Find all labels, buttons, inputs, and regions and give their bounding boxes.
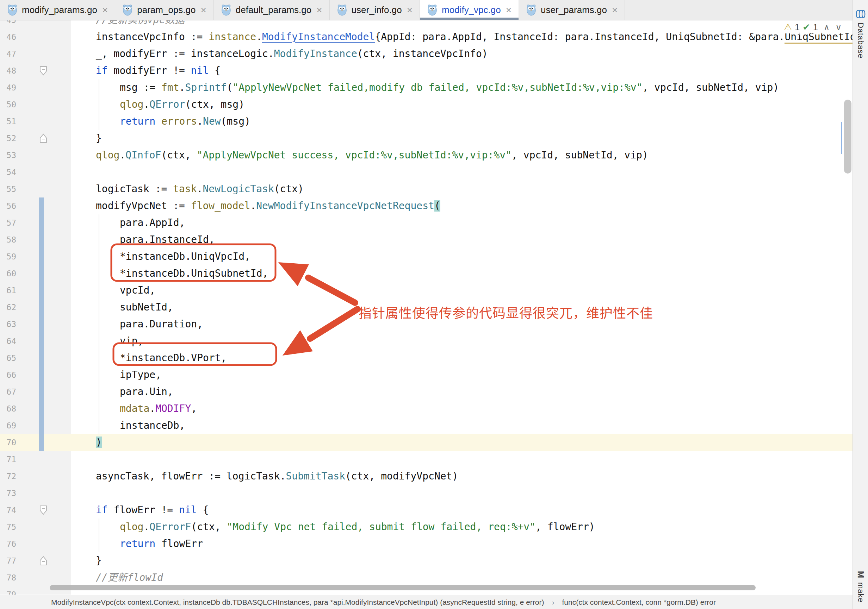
database-tool-button[interactable]: Database — [856, 23, 865, 59]
line-number[interactable]: 51 — [0, 113, 16, 130]
vcs-change-marker — [39, 214, 44, 231]
code-line[interactable]: 53qlog.QInfoF(ctx, "ApplyNewVpcNet succe… — [0, 147, 853, 164]
line-number[interactable]: 78 — [0, 569, 16, 586]
line-number[interactable]: 48 — [0, 62, 16, 79]
fold-marker-down[interactable] — [39, 505, 47, 515]
line-number[interactable]: 75 — [0, 519, 16, 535]
line-number[interactable]: 63 — [0, 316, 16, 333]
warning-count: 1 — [795, 22, 800, 32]
code-line[interactable]: 76return flowErr — [0, 535, 853, 552]
code-line[interactable]: 54 — [0, 164, 853, 181]
tab-close-icon[interactable]: × — [316, 5, 322, 15]
code-line[interactable]: 49msg := fmt.Sprintf("ApplyNewVpcNet fai… — [0, 79, 853, 96]
tab-modify_vpc.go[interactable]: modify_vpc.go× — [420, 0, 519, 20]
code-line[interactable]: 46instanceVpcInfo := instance.ModifyInst… — [0, 28, 853, 45]
code-editor[interactable]: 45//更新实例vpc数据46instanceVpcInfo := instan… — [0, 0, 853, 595]
code-line[interactable]: 74if flowErr != nil { — [0, 502, 853, 519]
code-line[interactable]: 78//更新flowId — [0, 569, 853, 586]
vcs-change-marker — [39, 349, 44, 366]
tab-modify_params.go[interactable]: modify_params.go× — [0, 0, 115, 20]
code-line[interactable]: 71 — [0, 451, 853, 468]
line-number[interactable]: 49 — [0, 79, 16, 96]
line-number[interactable]: 59 — [0, 248, 16, 265]
code-line[interactable]: 61vpcId, — [0, 282, 853, 299]
line-number[interactable]: 73 — [0, 485, 16, 502]
vcs-change-marker — [39, 333, 44, 349]
code-line[interactable]: 52} — [0, 130, 853, 147]
code-line[interactable]: 69instanceDb, — [0, 417, 853, 434]
line-number[interactable]: 76 — [0, 535, 16, 552]
code-line[interactable]: 67para.Uin, — [0, 383, 853, 400]
prev-issue-icon[interactable]: ∧ — [824, 23, 830, 32]
code-line[interactable]: 65*instanceDb.VPort, — [0, 349, 853, 366]
line-number[interactable]: 56 — [0, 198, 16, 214]
code-line[interactable]: 51return errors.New(msg) — [0, 113, 853, 130]
tab-param_ops.go[interactable]: param_ops.go× — [115, 0, 214, 20]
code-line[interactable]: 70) — [0, 434, 853, 451]
fold-marker-down[interactable] — [39, 66, 47, 76]
fold-marker-up[interactable] — [39, 556, 47, 566]
line-number[interactable]: 61 — [0, 282, 16, 299]
code-line[interactable]: 48if modifyErr != nil { — [0, 62, 853, 79]
code-line[interactable]: 56modifyVpcNet := flow_model.NewModifyIn… — [0, 198, 853, 214]
line-number[interactable]: 46 — [0, 28, 16, 45]
line-number[interactable]: 55 — [0, 181, 16, 198]
line-number[interactable]: 79 — [0, 586, 16, 595]
code-line[interactable]: 64vip, — [0, 333, 853, 349]
tab-close-icon[interactable]: × — [200, 5, 206, 15]
tab-close-icon[interactable]: × — [102, 5, 108, 15]
line-number[interactable]: 47 — [0, 45, 16, 62]
line-number[interactable]: 74 — [0, 502, 16, 519]
line-number[interactable]: 62 — [0, 299, 16, 316]
make-icon: M — [856, 571, 865, 578]
line-number[interactable]: 66 — [0, 366, 16, 383]
fold-marker-up[interactable] — [39, 133, 47, 143]
line-number[interactable]: 70 — [0, 434, 16, 451]
code-line[interactable]: 77} — [0, 552, 853, 569]
line-number[interactable]: 54 — [0, 164, 16, 181]
line-number[interactable]: 71 — [0, 451, 16, 468]
tab-user_params.go[interactable]: user_params.go× — [519, 0, 625, 20]
go-gopher-icon — [7, 4, 18, 16]
breadcrumb-function-signature[interactable]: ModifyInstanceVpc(ctx context.Context, i… — [51, 598, 544, 606]
code-line[interactable]: 59*instanceDb.UniqVpcId, — [0, 248, 853, 265]
horizontal-scrollbar[interactable] — [50, 585, 756, 590]
line-number[interactable]: 65 — [0, 349, 16, 366]
code-line[interactable]: 75qlog.QErrorF(ctx, "Modify Vpc net fail… — [0, 519, 853, 535]
code-line[interactable]: 55logicTask := task.NewLogicTask(ctx) — [0, 181, 853, 198]
line-number[interactable]: 52 — [0, 130, 16, 147]
line-number[interactable]: 50 — [0, 96, 16, 113]
code-line[interactable]: 57para.AppId, — [0, 214, 853, 231]
line-number[interactable]: 64 — [0, 333, 16, 349]
code-line[interactable]: 72asyncTask, flowErr := logicTask.Submit… — [0, 468, 853, 485]
line-number[interactable]: 67 — [0, 383, 16, 400]
code-line[interactable]: 50qlog.QError(ctx, msg) — [0, 96, 853, 113]
code-line[interactable]: 68mdata.MODIFY, — [0, 400, 853, 417]
vertical-scrollbar[interactable] — [844, 100, 851, 173]
line-number[interactable]: 60 — [0, 265, 16, 282]
line-number[interactable]: 69 — [0, 417, 16, 434]
line-number[interactable]: 77 — [0, 552, 16, 569]
make-tool-button[interactable]: make — [856, 582, 865, 603]
go-gopher-icon — [221, 4, 231, 16]
vcs-change-marker — [39, 265, 44, 282]
code-line[interactable]: 73 — [0, 485, 853, 502]
line-number[interactable]: 72 — [0, 468, 16, 485]
tab-close-icon[interactable]: × — [407, 5, 412, 15]
line-number[interactable]: 53 — [0, 147, 16, 164]
tab-user_info.go[interactable]: user_info.go× — [330, 0, 420, 20]
breadcrumb-closure-signature[interactable]: func(ctx context.Context, conn *gorm.DB)… — [562, 598, 716, 606]
line-number[interactable]: 68 — [0, 400, 16, 417]
next-issue-icon[interactable]: ∨ — [835, 23, 842, 32]
line-number[interactable]: 58 — [0, 231, 16, 248]
tab-close-icon[interactable]: × — [506, 5, 512, 15]
tab-default_params.go[interactable]: default_params.go× — [214, 0, 330, 20]
code-line[interactable]: 66ipType, — [0, 366, 853, 383]
tab-close-icon[interactable]: × — [612, 5, 617, 15]
inspections-widget[interactable]: ⚠1 ✔1 ∧ ∨ — [781, 21, 845, 34]
line-number[interactable]: 57 — [0, 214, 16, 231]
code-line[interactable]: 58para.InstanceId, — [0, 231, 853, 248]
code-line[interactable]: 47_, modifyErr := instanceLogic.ModifyIn… — [0, 45, 853, 62]
code-line[interactable]: 60*instanceDb.UniqSubnetId, — [0, 265, 853, 282]
vcs-change-marker — [39, 231, 44, 248]
